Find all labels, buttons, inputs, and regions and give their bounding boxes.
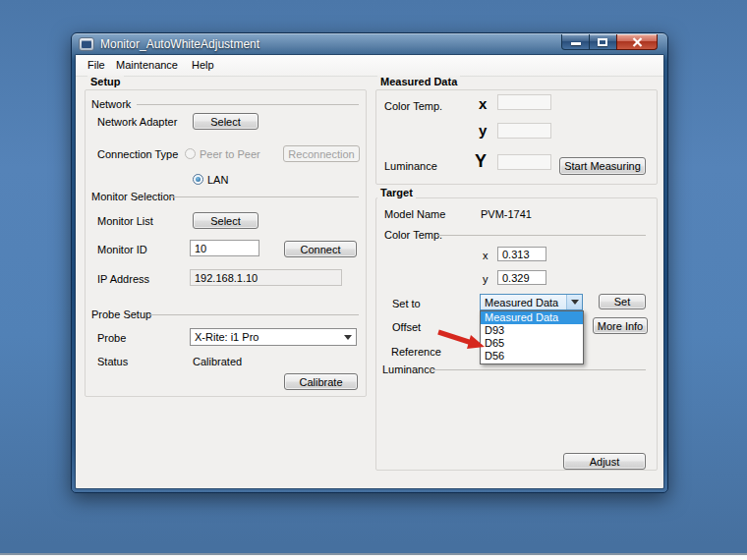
close-icon	[632, 37, 643, 47]
target-title: Target	[377, 187, 416, 198]
target-y-field[interactable]: 0.329	[497, 270, 546, 285]
desktop: { "window": { "title": "Monitor_AutoWhit…	[0, 0, 747, 560]
measured-luminance-field	[497, 154, 551, 170]
measured-y-label: y	[479, 122, 487, 139]
bottom-strip	[0, 553, 747, 560]
monitor-id-input[interactable]: 10	[190, 240, 259, 256]
set-to-combobox[interactable]: Measured Data	[480, 294, 583, 310]
caption-buttons	[561, 34, 658, 50]
window-body: File Maintenance Help Setup Network Netw…	[76, 55, 663, 488]
set-to-combobox-value: Measured Data	[485, 297, 558, 308]
menu-file[interactable]: File	[87, 59, 105, 71]
measured-data-title: Measured Data	[377, 76, 460, 87]
close-button[interactable]	[616, 34, 658, 50]
dropdown-option-d93[interactable]: D93	[481, 324, 583, 337]
status-label: Status	[97, 356, 128, 367]
adjust-button[interactable]: Adjust	[563, 453, 646, 470]
minimize-button[interactable]	[561, 34, 590, 50]
app-window-icon-screen	[82, 40, 91, 48]
model-name-value: PVM-1741	[481, 208, 532, 220]
menubar: File Maintenance Help	[76, 55, 663, 77]
reference-label: Reference	[391, 346, 441, 358]
calibrate-button[interactable]: Calibrate	[284, 373, 358, 390]
dropdown-option-d56[interactable]: D56	[481, 350, 583, 363]
peer-to-peer-radio[interactable]	[185, 148, 196, 159]
setup-group-title: Setup	[87, 76, 124, 87]
set-button[interactable]: Set	[599, 294, 646, 309]
menu-help[interactable]: Help	[192, 59, 214, 71]
target-x-field[interactable]: 0.313	[497, 247, 546, 261]
status-value: Calibrated	[193, 356, 242, 367]
monitor-selection-label: Monitor Selection	[91, 191, 175, 202]
app-window-icon	[79, 37, 94, 51]
measured-bigY-label: Y	[475, 151, 487, 172]
monitor-list-label: Monitor List	[97, 215, 153, 227]
measured-x-field	[497, 94, 551, 110]
window-title: Monitor_AutoWhiteAdjustment	[100, 37, 259, 51]
measured-color-temp-label: Color Temp.	[384, 100, 442, 112]
set-to-label: Set to	[392, 298, 421, 309]
set-to-dropdown-list: Measured Data D93 D65 D56	[480, 310, 584, 364]
network-adapter-label: Network Adapter	[97, 116, 177, 128]
target-luminance-separator	[431, 369, 646, 370]
more-info-button[interactable]: More Info	[593, 317, 648, 334]
network-adapter-select-button[interactable]: Select	[193, 113, 259, 130]
chevron-down-icon	[571, 300, 579, 305]
network-section-label: Network	[91, 98, 131, 110]
maximize-icon	[598, 38, 607, 46]
menu-maintenance[interactable]: Maintenance	[116, 59, 178, 71]
titlebar[interactable]: Monitor_AutoWhiteAdjustment	[72, 33, 667, 55]
start-measuring-button[interactable]: Start Measuring	[559, 157, 646, 175]
reconnection-button[interactable]: Reconnection	[283, 145, 360, 162]
maximize-button[interactable]	[590, 34, 616, 50]
probe-combobox-arrow-zone[interactable]	[340, 329, 356, 345]
probe-combobox-value: X-Rite: i1 Pro	[195, 331, 259, 343]
target-color-temp-separator	[436, 235, 646, 236]
model-name-label: Model Name	[384, 208, 445, 220]
chevron-down-icon	[344, 335, 352, 340]
target-luminance-label: Luminance	[382, 364, 435, 375]
probe-label: Probe	[97, 332, 126, 344]
measured-y-field	[497, 123, 551, 139]
dropdown-option-d65[interactable]: D65	[481, 337, 583, 350]
network-separator	[137, 104, 359, 105]
monitor-id-label: Monitor ID	[97, 244, 147, 255]
target-x-label: x	[483, 250, 488, 261]
app-window: Monitor_AutoWhiteAdjustment File Mainten…	[71, 32, 668, 493]
dropdown-option-measured-data[interactable]: Measured Data	[481, 311, 583, 324]
peer-to-peer-label: Peer to Peer	[200, 148, 260, 160]
measured-luminance-label: Luminance	[384, 160, 437, 172]
probe-setup-label: Probe Setup	[91, 308, 151, 320]
offset-label: Offset	[392, 321, 421, 333]
minimize-icon	[571, 42, 581, 45]
ip-address-label: IP Address	[97, 273, 149, 285]
monitor-list-select-button[interactable]: Select	[193, 212, 259, 229]
connection-type-label: Connection Type	[97, 148, 178, 160]
client-area: Setup Network Network Adapter Select Con…	[76, 77, 663, 488]
monitor-selection-separator	[170, 196, 359, 197]
probe-combobox[interactable]: X-Rite: i1 Pro	[190, 328, 357, 346]
set-to-combobox-arrow-zone[interactable]	[566, 295, 582, 309]
connect-button[interactable]: Connect	[284, 241, 357, 257]
probe-setup-separator	[148, 314, 359, 315]
lan-radio[interactable]	[193, 174, 203, 185]
ip-address-field[interactable]: 192.168.1.10	[190, 269, 342, 286]
red-arrow-icon	[435, 327, 487, 353]
target-y-label: y	[483, 273, 488, 285]
measured-x-label: x	[479, 95, 487, 112]
target-color-temp-label: Color Temp.	[384, 229, 442, 241]
lan-label: LAN	[207, 174, 228, 186]
